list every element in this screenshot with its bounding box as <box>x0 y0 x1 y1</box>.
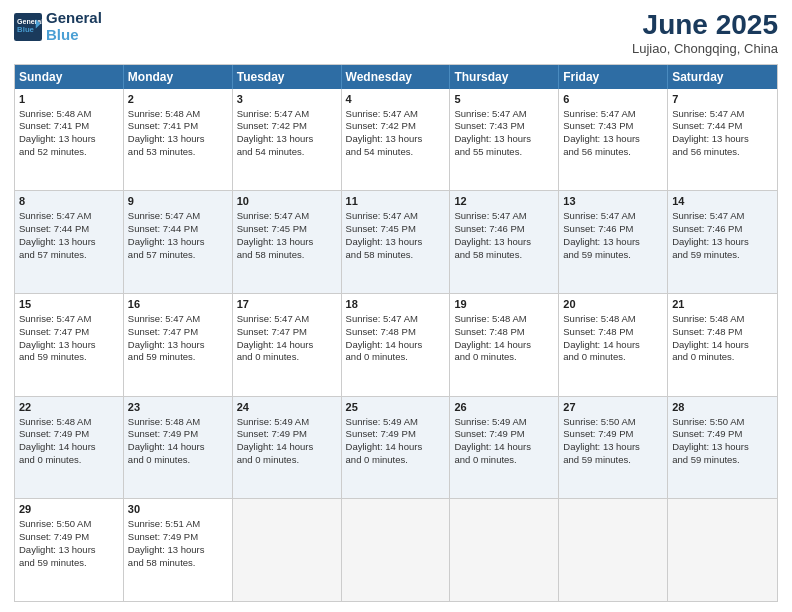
day-info: Daylight: 13 hours <box>346 133 446 146</box>
day-info: Sunrise: 5:47 AM <box>346 108 446 121</box>
day-number: 13 <box>563 194 663 209</box>
day-info: and 58 minutes. <box>346 249 446 262</box>
day-info: and 0 minutes. <box>346 351 446 364</box>
calendar-cell <box>668 499 777 601</box>
calendar-cell: 27Sunrise: 5:50 AMSunset: 7:49 PMDayligh… <box>559 397 668 499</box>
day-info: Sunrise: 5:50 AM <box>563 416 663 429</box>
calendar-cell: 4Sunrise: 5:47 AMSunset: 7:42 PMDaylight… <box>342 89 451 191</box>
calendar-cell: 9Sunrise: 5:47 AMSunset: 7:44 PMDaylight… <box>124 191 233 293</box>
calendar-cell: 25Sunrise: 5:49 AMSunset: 7:49 PMDayligh… <box>342 397 451 499</box>
logo-icon: General Blue <box>14 13 42 41</box>
calendar: SundayMondayTuesdayWednesdayThursdayFrid… <box>14 64 778 602</box>
day-info: Sunset: 7:47 PM <box>128 326 228 339</box>
day-info: Daylight: 14 hours <box>128 441 228 454</box>
calendar-cell: 15Sunrise: 5:47 AMSunset: 7:47 PMDayligh… <box>15 294 124 396</box>
calendar-cell <box>559 499 668 601</box>
day-number: 2 <box>128 92 228 107</box>
day-info: Daylight: 14 hours <box>19 441 119 454</box>
day-number: 25 <box>346 400 446 415</box>
day-number: 20 <box>563 297 663 312</box>
day-number: 30 <box>128 502 228 517</box>
calendar-cell: 12Sunrise: 5:47 AMSunset: 7:46 PMDayligh… <box>450 191 559 293</box>
day-number: 5 <box>454 92 554 107</box>
day-number: 26 <box>454 400 554 415</box>
day-number: 16 <box>128 297 228 312</box>
calendar-cell: 30Sunrise: 5:51 AMSunset: 7:49 PMDayligh… <box>124 499 233 601</box>
day-info: Sunset: 7:49 PM <box>672 428 773 441</box>
day-info: Daylight: 13 hours <box>19 133 119 146</box>
main-title: June 2025 <box>632 10 778 41</box>
day-info: Sunset: 7:43 PM <box>563 120 663 133</box>
header-day-monday: Monday <box>124 65 233 89</box>
day-info: Sunrise: 5:50 AM <box>19 518 119 531</box>
day-info: and 59 minutes. <box>672 454 773 467</box>
day-info: Sunrise: 5:47 AM <box>672 210 773 223</box>
day-info: Sunset: 7:49 PM <box>128 531 228 544</box>
day-info: Sunset: 7:45 PM <box>346 223 446 236</box>
day-number: 6 <box>563 92 663 107</box>
day-info: Sunrise: 5:50 AM <box>672 416 773 429</box>
day-info: Sunset: 7:49 PM <box>128 428 228 441</box>
day-info: Sunrise: 5:47 AM <box>346 210 446 223</box>
calendar-cell: 6Sunrise: 5:47 AMSunset: 7:43 PMDaylight… <box>559 89 668 191</box>
calendar-row-5: 29Sunrise: 5:50 AMSunset: 7:49 PMDayligh… <box>15 499 777 601</box>
calendar-cell: 2Sunrise: 5:48 AMSunset: 7:41 PMDaylight… <box>124 89 233 191</box>
day-info: Daylight: 13 hours <box>19 236 119 249</box>
day-info: Sunset: 7:49 PM <box>237 428 337 441</box>
day-info: Daylight: 14 hours <box>346 441 446 454</box>
day-info: Sunrise: 5:49 AM <box>237 416 337 429</box>
logo-line2: Blue <box>46 27 102 44</box>
day-info: Sunset: 7:44 PM <box>19 223 119 236</box>
day-info: and 0 minutes. <box>454 351 554 364</box>
day-info: Sunset: 7:42 PM <box>237 120 337 133</box>
day-info: Sunset: 7:45 PM <box>237 223 337 236</box>
day-info: and 0 minutes. <box>563 351 663 364</box>
calendar-cell: 13Sunrise: 5:47 AMSunset: 7:46 PMDayligh… <box>559 191 668 293</box>
subtitle: Lujiao, Chongqing, China <box>632 41 778 56</box>
day-info: and 0 minutes. <box>19 454 119 467</box>
header-day-saturday: Saturday <box>668 65 777 89</box>
day-info: Daylight: 13 hours <box>128 339 228 352</box>
day-info: Daylight: 13 hours <box>672 441 773 454</box>
day-number: 23 <box>128 400 228 415</box>
day-number: 11 <box>346 194 446 209</box>
day-info: Sunrise: 5:49 AM <box>346 416 446 429</box>
day-info: and 0 minutes. <box>128 454 228 467</box>
day-info: and 59 minutes. <box>563 454 663 467</box>
day-info: and 0 minutes. <box>672 351 773 364</box>
calendar-cell <box>342 499 451 601</box>
day-number: 29 <box>19 502 119 517</box>
svg-text:Blue: Blue <box>17 25 35 34</box>
calendar-cell: 10Sunrise: 5:47 AMSunset: 7:45 PMDayligh… <box>233 191 342 293</box>
day-info: Sunset: 7:47 PM <box>19 326 119 339</box>
header-day-thursday: Thursday <box>450 65 559 89</box>
day-info: Sunset: 7:48 PM <box>563 326 663 339</box>
day-info: Daylight: 13 hours <box>454 133 554 146</box>
calendar-cell: 1Sunrise: 5:48 AMSunset: 7:41 PMDaylight… <box>15 89 124 191</box>
day-info: Daylight: 13 hours <box>128 133 228 146</box>
day-number: 4 <box>346 92 446 107</box>
day-number: 22 <box>19 400 119 415</box>
day-info: and 0 minutes. <box>237 454 337 467</box>
calendar-row-3: 15Sunrise: 5:47 AMSunset: 7:47 PMDayligh… <box>15 294 777 397</box>
day-info: Sunrise: 5:47 AM <box>237 313 337 326</box>
day-info: Sunrise: 5:48 AM <box>19 416 119 429</box>
day-info: and 0 minutes. <box>237 351 337 364</box>
calendar-cell: 7Sunrise: 5:47 AMSunset: 7:44 PMDaylight… <box>668 89 777 191</box>
day-number: 27 <box>563 400 663 415</box>
day-info: Daylight: 13 hours <box>19 544 119 557</box>
day-info: and 53 minutes. <box>128 146 228 159</box>
day-info: Sunrise: 5:47 AM <box>128 210 228 223</box>
day-number: 24 <box>237 400 337 415</box>
day-info: Sunrise: 5:48 AM <box>563 313 663 326</box>
calendar-cell: 24Sunrise: 5:49 AMSunset: 7:49 PMDayligh… <box>233 397 342 499</box>
day-number: 10 <box>237 194 337 209</box>
day-info: Sunset: 7:46 PM <box>454 223 554 236</box>
day-info: and 59 minutes. <box>563 249 663 262</box>
day-number: 7 <box>672 92 773 107</box>
calendar-cell: 23Sunrise: 5:48 AMSunset: 7:49 PMDayligh… <box>124 397 233 499</box>
logo-text: General Blue <box>46 10 102 43</box>
day-info: and 56 minutes. <box>672 146 773 159</box>
day-info: Sunrise: 5:51 AM <box>128 518 228 531</box>
day-number: 19 <box>454 297 554 312</box>
